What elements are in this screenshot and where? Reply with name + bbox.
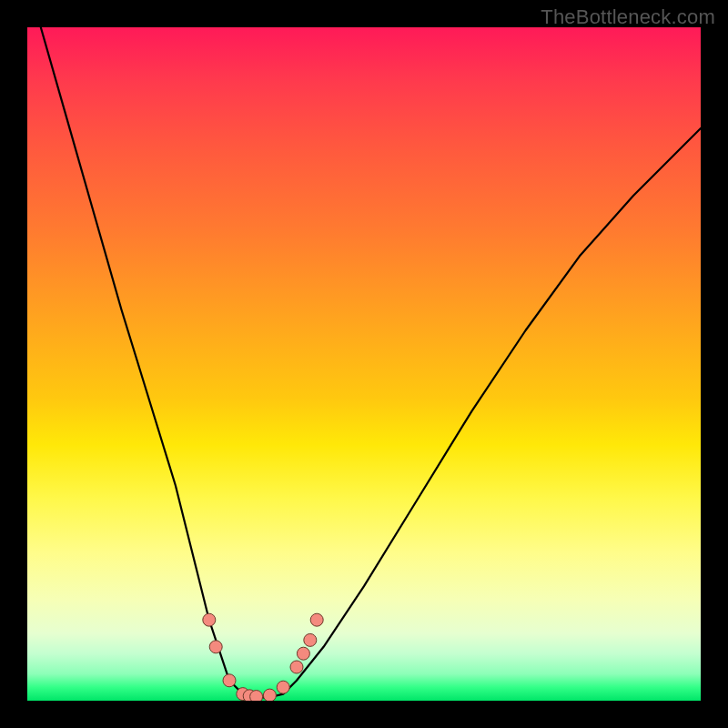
plot-area	[27, 27, 701, 701]
bottleneck-curve	[41, 27, 701, 697]
curve-svg	[27, 27, 701, 701]
data-marker	[203, 613, 216, 626]
data-marker	[277, 681, 289, 693]
data-marker	[304, 633, 317, 646]
data-marker	[290, 661, 303, 673]
data-marker	[250, 691, 263, 701]
data-marker	[263, 689, 276, 701]
data-marker	[209, 641, 222, 653]
watermark-label: TheBottleneck.com	[541, 5, 715, 29]
data-marker	[297, 647, 309, 660]
chart-frame: TheBottleneck.com	[0, 0, 728, 728]
data-marker	[223, 674, 236, 687]
data-marker	[310, 613, 323, 626]
